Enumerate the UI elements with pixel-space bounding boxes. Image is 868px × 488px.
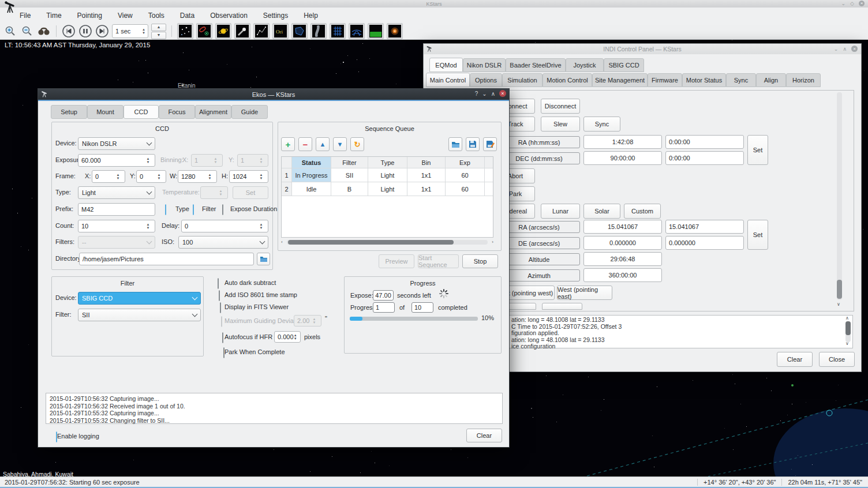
move-job-down-button[interactable]: ▼ bbox=[333, 137, 347, 151]
close-icon[interactable]: × bbox=[859, 1, 865, 6]
save-sequence-button[interactable] bbox=[466, 137, 480, 151]
sequence-table[interactable]: Status Filter Type Bin Exp 1 In Progress… bbox=[281, 156, 493, 238]
ekos-minimize-icon[interactable]: ⌄ bbox=[482, 91, 487, 97]
frame-x-spinbox[interactable]: 0▲▼ bbox=[92, 170, 125, 183]
directory-browse-button[interactable] bbox=[257, 253, 270, 265]
indi-tab-baader-steeldrive[interactable]: Baader SteelDrive bbox=[506, 58, 566, 72]
filter-checkbox[interactable] bbox=[193, 204, 194, 215]
zoom-in-icon[interactable] bbox=[3, 24, 17, 38]
de-rate-input[interactable]: 0.000000 bbox=[665, 236, 744, 250]
indi-tab-horizon[interactable]: Horizon bbox=[786, 73, 821, 87]
count-spinbox[interactable]: 10▲▼ bbox=[78, 220, 155, 232]
time-pause-icon[interactable] bbox=[78, 24, 92, 38]
indi-tab-options[interactable]: Options bbox=[470, 73, 502, 87]
custom-button[interactable]: Custom bbox=[624, 204, 661, 219]
find-object-icon[interactable] bbox=[37, 24, 51, 38]
indi-tab-main-control[interactable]: Main Control bbox=[426, 73, 470, 87]
west-pier-button[interactable]: West (pointing east) bbox=[557, 286, 612, 300]
ekos-tab-focus[interactable]: Focus bbox=[159, 105, 195, 119]
scroll-down-icon[interactable]: ∨ bbox=[837, 302, 840, 307]
indi-tab-motion-control[interactable]: Motion Control bbox=[542, 73, 592, 87]
frame-y-spinbox[interactable]: 0▲▼ bbox=[136, 170, 166, 183]
menu-settings[interactable]: Settings bbox=[263, 12, 288, 20]
milky-way-icon[interactable] bbox=[310, 23, 327, 39]
time-step-arrows[interactable]: ▲▼ bbox=[140, 28, 148, 35]
indi-log-scroll-up-icon[interactable]: ∧ bbox=[845, 316, 849, 321]
lunar-button[interactable]: Lunar bbox=[541, 204, 580, 219]
sequence-row[interactable]: 2 Idle B Light 1x1 60 bbox=[282, 182, 493, 196]
indi-panel-scrollbar[interactable] bbox=[837, 92, 842, 300]
indi-close-icon[interactable]: × bbox=[851, 46, 858, 52]
filter-device-combo[interactable]: SBIG CCD bbox=[78, 292, 201, 305]
main-titlebar[interactable]: KStars ⌄ ◇ × bbox=[0, 0, 868, 7]
deep-sky-objects-icon[interactable] bbox=[196, 23, 212, 39]
sync-button[interactable]: Sync bbox=[583, 117, 620, 132]
menu-observation[interactable]: Observation bbox=[210, 12, 248, 20]
stop-button[interactable]: Stop bbox=[462, 254, 498, 268]
dec-target-input[interactable]: 0:00:00 bbox=[665, 151, 744, 165]
duration-checkbox[interactable] bbox=[222, 204, 223, 215]
delay-spinbox[interactable]: 0▲▼ bbox=[181, 220, 268, 232]
time-step-spinbox[interactable]: 1 sec ▲▼ bbox=[112, 24, 148, 38]
autofocus-spinbox[interactable]: 0.000▲▼ bbox=[274, 331, 301, 343]
autofocus-checkbox[interactable] bbox=[222, 332, 223, 343]
iso-combo[interactable]: 100 bbox=[178, 236, 268, 249]
rate-set-button[interactable]: Set bbox=[747, 220, 768, 250]
comets-icon[interactable] bbox=[234, 23, 250, 39]
ekos-tab-setup[interactable]: Setup bbox=[51, 105, 87, 119]
reset-queue-button[interactable]: ↻ bbox=[350, 137, 364, 151]
auto-dark-checkbox[interactable] bbox=[218, 278, 219, 289]
indi-clear-button[interactable]: Clear bbox=[777, 352, 813, 367]
frame-w-spinbox[interactable]: 1280▲▼ bbox=[178, 170, 217, 183]
menu-view[interactable]: View bbox=[118, 12, 133, 20]
menu-help[interactable]: Help bbox=[304, 12, 318, 20]
menu-time[interactable]: Time bbox=[46, 12, 61, 20]
fits-viewer-checkbox[interactable] bbox=[220, 302, 221, 313]
time-step-up-down[interactable]: ▲▼ bbox=[151, 24, 166, 39]
solar-button[interactable]: Solar bbox=[583, 204, 620, 219]
time-rewind-icon[interactable] bbox=[62, 24, 76, 38]
menu-tools[interactable]: Tools bbox=[148, 12, 164, 20]
indi-tab-align[interactable]: Align bbox=[756, 73, 786, 87]
horizontal-grid-icon[interactable] bbox=[349, 23, 365, 39]
menu-pointing[interactable]: Pointing bbox=[77, 12, 102, 20]
indi-minimize-icon[interactable]: ⌄ bbox=[834, 46, 839, 52]
indi-log-scrollbar[interactable] bbox=[845, 321, 851, 342]
ra-rate-input[interactable]: 15.041067 bbox=[665, 220, 744, 234]
frame-type-combo[interactable]: Light bbox=[78, 186, 155, 199]
ekos-tab-alignment[interactable]: Alignment bbox=[195, 105, 231, 119]
planets-icon[interactable] bbox=[215, 23, 231, 39]
supernovae-icon[interactable] bbox=[387, 23, 403, 39]
constellation-lines-icon[interactable] bbox=[253, 23, 270, 39]
save-sequence-as-button[interactable] bbox=[483, 137, 497, 151]
minimize-icon[interactable]: ⌄ bbox=[841, 1, 846, 6]
ra-target-input[interactable]: 0:00:00 bbox=[665, 135, 744, 149]
sequence-row[interactable]: 1 In Progress SII Light 1x1 60 bbox=[282, 168, 493, 182]
indi-tab-firmware[interactable]: Firmware bbox=[648, 73, 682, 87]
ekos-help-icon[interactable]: ? bbox=[475, 91, 478, 97]
equatorial-grid-icon[interactable] bbox=[330, 23, 346, 39]
constellation-names-icon[interactable]: Ori bbox=[272, 23, 289, 39]
directory-input[interactable]: /home/jasem/Pictures bbox=[79, 253, 254, 265]
indi-maximize-icon[interactable]: ∧ bbox=[843, 46, 847, 52]
slew-button[interactable]: Slew bbox=[541, 117, 580, 132]
ccd-device-combo[interactable]: Nikon DSLR bbox=[78, 137, 155, 150]
remove-job-button[interactable]: − bbox=[298, 137, 312, 151]
indi-titlebar[interactable]: INDI Control Panel — KStars ⌄ ∧ × bbox=[424, 44, 861, 54]
ekos-close-icon[interactable]: × bbox=[499, 90, 506, 97]
constellation-boundaries-icon[interactable] bbox=[291, 23, 308, 39]
indi-tab-joystick[interactable]: Joystick bbox=[566, 58, 604, 72]
frame-h-spinbox[interactable]: 1024▲▼ bbox=[229, 170, 268, 183]
ekos-titlebar[interactable]: Ekos — KStars ? ⌄ ∧ × bbox=[38, 89, 509, 101]
type-checkbox[interactable] bbox=[165, 204, 166, 215]
add-job-button[interactable]: + bbox=[281, 137, 295, 151]
iso8601-checkbox[interactable] bbox=[219, 290, 220, 301]
indi-tab-simulation[interactable]: Simulation bbox=[502, 73, 542, 87]
disconnect-button[interactable]: Disconnect bbox=[541, 99, 580, 114]
ekos-tab-ccd[interactable]: CCD bbox=[124, 105, 159, 119]
filter-filter-combo[interactable]: SII bbox=[78, 309, 201, 321]
time-forward-icon[interactable] bbox=[95, 24, 109, 38]
indi-tab-site-management[interactable]: Site Management bbox=[592, 73, 648, 87]
prefix-input[interactable]: M42 bbox=[78, 203, 155, 216]
open-sequence-button[interactable] bbox=[448, 137, 462, 151]
